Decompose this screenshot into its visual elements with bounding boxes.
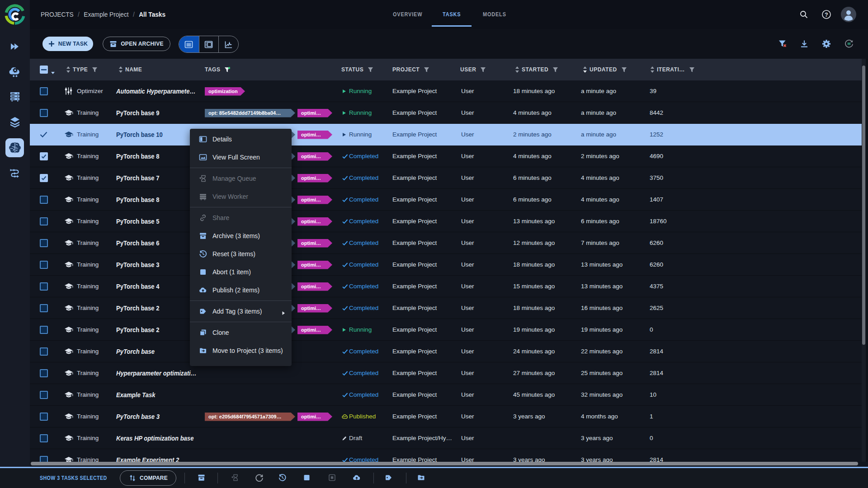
- svg-text:?: ?: [825, 12, 828, 18]
